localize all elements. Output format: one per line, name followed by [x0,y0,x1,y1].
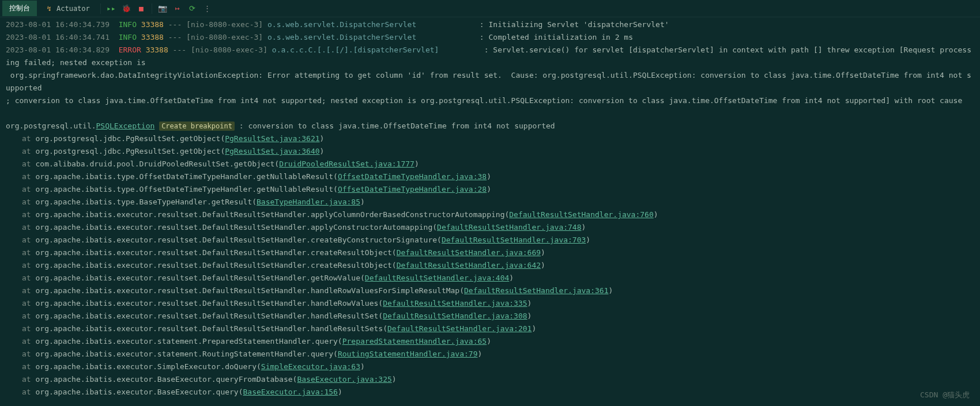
close-paren: ) [360,362,365,371]
source-link[interactable]: BaseExecutor.java:156 [243,388,338,396]
source-link[interactable]: PreparedStatementHandler.java:65 [342,337,487,346]
at-keyword: at [22,185,35,193]
log-line: 2023-08-01 16:40:34.739 INFO 33388 --- [… [6,18,974,31]
close-paren: ) [478,350,483,358]
refresh-icon: ⟳ [189,4,195,13]
create-breakpoint-button[interactable]: Create breakpoint [159,122,235,131]
at-keyword: at [22,172,35,181]
close-paren: ) [509,274,514,282]
stack-location: org.apache.ibatis.executor.BaseExecutor.… [35,375,297,384]
source-link[interactable]: DefaultResultSetHandler.java:335 [383,299,527,308]
stack-frame: at org.apache.ibatis.type.BaseTypeHandle… [6,196,974,208]
exception-class-link[interactable]: PSQLException [96,122,155,130]
console-output[interactable]: 2023-08-01 16:40:34.739 INFO 33388 --- [… [0,17,980,400]
source-link[interactable]: BaseTypeHandler.java:85 [257,198,360,206]
at-keyword: at [22,274,35,282]
stop-icon: ■ [139,4,144,13]
stack-frame: at org.apache.ibatis.executor.resultset.… [6,234,974,246]
tab-actuator[interactable]: ↯ Actuator [38,2,97,16]
stack-frame: at org.apache.ibatis.executor.resultset.… [6,297,974,310]
stack-frame: at com.alibaba.druid.pool.DruidPooledRes… [6,158,974,170]
source-link[interactable]: DefaultResultSetHandler.java:703 [442,236,586,244]
stack-frame: at org.apache.ibatis.executor.SimpleExec… [6,361,974,373]
stack-location: org.apache.ibatis.executor.SimpleExecuto… [35,362,261,371]
source-link[interactable]: DefaultResultSetHandler.java:642 [397,261,541,270]
stack-frame: at org.apache.ibatis.executor.resultset.… [6,208,974,221]
stack-location: org.apache.ibatis.executor.resultset.Def… [35,324,387,333]
log-thread: [nio-8080-exec-3] [191,45,267,54]
stack-frame: at org.apache.ibatis.executor.resultset.… [6,246,974,259]
at-keyword: at [22,248,35,257]
close-paren: ) [487,185,491,193]
refresh-button[interactable]: ⟳ [186,2,199,16]
source-link[interactable]: SimpleExecutor.java:63 [261,362,360,371]
at-keyword: at [22,324,35,333]
log-logger: o.s.web.servlet.DispatcherServlet [267,33,448,41]
log-line: 2023-08-01 16:40:34.741 INFO 33388 --- [… [6,31,974,44]
source-link[interactable]: DefaultResultSetHandler.java:748 [437,223,581,232]
close-paren: ) [654,210,658,219]
screenshot-button[interactable]: 📷 [156,2,169,16]
log-timestamp: 2023-08-01 16:40:34.829 [6,45,119,54]
at-keyword: at [22,134,35,143]
source-link[interactable]: DefaultResultSetHandler.java:669 [397,248,541,257]
stack-location: org.apache.ibatis.executor.resultset.Def… [35,248,396,257]
rerun-button[interactable]: ▸▸ [104,2,118,16]
close-paren: ) [414,160,419,168]
log-pid: 33388 [141,33,164,41]
source-link[interactable]: PgResultSet.java:3640 [225,147,319,155]
source-link[interactable]: DefaultResultSetHandler.java:308 [383,312,527,320]
close-paren: ) [338,388,342,396]
watermark: CSDN @猫头虎 [920,390,970,400]
log-thread: [nio-8080-exec-3] [186,33,263,41]
stack-location: org.apache.ibatis.executor.resultset.Def… [35,312,383,320]
stack-frame: at org.apache.ibatis.type.OffsetDateTime… [6,170,974,183]
at-keyword: at [22,337,35,346]
stack-location: org.apache.ibatis.executor.resultset.Def… [35,274,364,282]
source-link[interactable]: OffsetDateTimeTypeHandler.java:38 [338,172,487,181]
source-link[interactable]: DefaultResultSetHandler.java:760 [509,210,653,219]
exit-button[interactable]: ↦ [171,2,184,16]
close-paren: ) [586,236,590,244]
bug-icon: 🐞 [122,4,131,13]
stack-location: org.apache.ibatis.executor.resultset.Def… [35,261,396,270]
source-link[interactable]: DefaultResultSetHandler.java:201 [387,324,532,333]
more-button[interactable]: ⋮ [201,2,214,16]
console-toolbar: 控制台 ↯ Actuator ▸▸ 🐞 ■ 📷 ↦ ⟳ ⋮ [0,0,980,17]
more-icon: ⋮ [203,4,211,13]
debug-button[interactable]: 🐞 [119,2,133,16]
stack-frame: at org.apache.ibatis.executor.resultset.… [6,221,974,234]
source-link[interactable]: OffsetDateTimeTypeHandler.java:28 [338,185,487,193]
exception-package: org.postgresql.util. [6,122,96,130]
stack-location: org.apache.ibatis.executor.resultset.Def… [35,223,437,232]
exception-header: org.postgresql.util.PSQLException Create… [6,120,974,132]
log-sep: --- [168,45,191,54]
stack-frame: at org.apache.ibatis.executor.BaseExecut… [6,373,974,386]
source-link[interactable]: DefaultResultSetHandler.java:361 [464,286,608,295]
close-paren: ) [532,324,536,333]
tab-console[interactable]: 控制台 [2,1,37,16]
source-link[interactable]: DruidPooledResultSet.java:1777 [279,160,414,168]
source-link[interactable]: DefaultResultSetHandler.java:404 [365,274,509,282]
stack-frame: at org.apache.ibatis.type.OffsetDateTime… [6,183,974,196]
at-keyword: at [22,362,35,371]
at-keyword: at [22,375,35,384]
log-message: : Initializing Servlet 'dispatcherServle… [448,20,669,29]
close-paren: ) [541,261,545,270]
stop-button[interactable]: ■ [134,2,148,16]
at-keyword: at [22,210,35,219]
stack-frame: at org.apache.ibatis.executor.resultset.… [6,259,974,272]
stack-frame: at org.apache.ibatis.executor.resultset.… [6,310,974,322]
stack-location: org.apache.ibatis.type.OffsetDateTimeTyp… [35,172,337,181]
close-paren: ) [392,375,397,384]
at-keyword: at [22,236,35,244]
source-link[interactable]: PgResultSet.java:3621 [225,134,319,143]
log-thread: [nio-8080-exec-3] [186,20,263,29]
log-level: ERROR [119,45,141,54]
stack-location: org.apache.ibatis.type.OffsetDateTimeTyp… [35,185,337,193]
source-link[interactable]: BaseExecutor.java:325 [297,375,391,384]
stack-frame: at org.apache.ibatis.executor.resultset.… [6,284,974,297]
close-paren: ) [320,134,325,143]
stack-location: org.apache.ibatis.executor.resultset.Def… [35,236,441,244]
source-link[interactable]: RoutingStatementHandler.java:79 [338,350,478,358]
